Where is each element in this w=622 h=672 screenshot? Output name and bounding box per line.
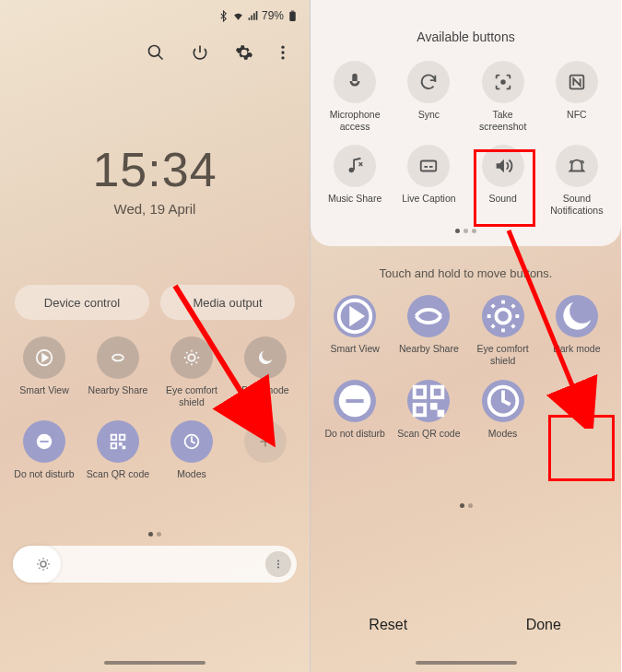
qs-smartview-label: Smart View (19, 384, 69, 396)
svg-point-5 (281, 51, 284, 53)
rqs-modes-label: Modes (469, 428, 537, 440)
qs-smartview[interactable] (23, 336, 65, 379)
nav-bar (104, 661, 205, 665)
svg-point-34 (496, 310, 510, 324)
svg-point-26 (501, 80, 505, 84)
header-row (0, 26, 310, 74)
svg-rect-16 (123, 447, 125, 449)
svg-point-2 (149, 46, 160, 57)
qs-dnd[interactable] (23, 420, 65, 463)
rqs-nearby[interactable] (407, 295, 450, 337)
rqs-dnd[interactable] (334, 380, 376, 422)
left-screenshot: 79% 15:34 Wed, 19 April Device control M… (0, 0, 311, 672)
svg-point-4 (281, 46, 284, 49)
rqs-eye-label: Eye comfort shield (469, 343, 537, 366)
brightness-menu[interactable] (265, 551, 291, 577)
rqs-empty-slot[interactable] (540, 380, 614, 422)
device-control-pill[interactable]: Device control (15, 285, 149, 320)
available-title: Available buttons (311, 29, 621, 44)
rqs-dark[interactable] (556, 295, 598, 337)
av-sound-label: Sound (469, 193, 537, 205)
av-musicshare-label: Music Share (321, 193, 389, 205)
svg-point-23 (277, 566, 279, 568)
qs-dark[interactable] (244, 336, 287, 379)
qs-modes[interactable] (170, 420, 213, 463)
svg-marker-8 (42, 354, 48, 360)
svg-rect-11 (40, 441, 48, 442)
svg-rect-40 (432, 404, 436, 407)
svg-rect-14 (111, 443, 117, 449)
av-musicshare[interactable] (334, 145, 376, 187)
svg-rect-38 (432, 386, 443, 397)
rqs-nearby-label: Nearby Share (394, 343, 463, 355)
time-text: 15:34 (0, 142, 310, 197)
svg-line-3 (158, 55, 163, 60)
av-sync-label: Sync (394, 109, 463, 121)
rqs-modes[interactable] (482, 380, 524, 422)
battery-percent: 79% (262, 9, 284, 22)
av-snotif[interactable] (556, 145, 598, 187)
av-nfc-label: NFC (543, 109, 611, 121)
av-mic[interactable] (334, 61, 376, 103)
qs-qr[interactable] (97, 420, 139, 463)
svg-rect-0 (289, 11, 296, 20)
qs-nearby-label: Nearby Share (88, 384, 148, 396)
svg-rect-36 (346, 399, 364, 403)
rqs-qr[interactable] (407, 380, 450, 422)
page-dots (0, 532, 310, 536)
search-button[interactable] (140, 37, 171, 68)
av-sound[interactable] (482, 145, 524, 187)
avail-dots (311, 229, 621, 233)
power-button[interactable] (184, 37, 216, 68)
qs-eye[interactable] (170, 336, 213, 379)
media-output-pill[interactable]: Media output (160, 285, 295, 320)
drag-hint: Touch and hold to move buttons. (311, 266, 621, 280)
rqs-dark-label: Dark mode (543, 343, 611, 355)
clock-block: 15:34 Wed, 19 April (0, 142, 310, 217)
svg-point-22 (277, 563, 279, 565)
svg-point-21 (277, 560, 279, 561)
av-screenshot[interactable] (482, 61, 524, 103)
svg-point-20 (41, 561, 46, 567)
qs-nearby[interactable] (97, 336, 139, 379)
available-panel: Available buttons Microphone access Sync… (311, 0, 621, 246)
qs-qr-label: Scan QR code (87, 468, 149, 480)
right-page-dots (311, 503, 621, 508)
bluetooth-icon (217, 10, 229, 22)
svg-rect-12 (111, 435, 117, 441)
wifi-icon (232, 10, 244, 22)
av-caption[interactable] (407, 145, 450, 187)
rqs-eye[interactable] (482, 295, 524, 337)
more-button[interactable] (273, 37, 293, 68)
settings-button[interactable] (229, 37, 260, 68)
svg-marker-33 (351, 310, 362, 324)
svg-rect-37 (415, 386, 426, 397)
brightness-slider[interactable] (13, 546, 297, 583)
av-snotif-label: Sound Notifications (543, 193, 611, 216)
svg-rect-41 (440, 411, 443, 415)
svg-point-6 (281, 56, 284, 59)
done-button[interactable]: Done (466, 606, 622, 644)
reset-button[interactable]: Reset (311, 606, 466, 644)
av-caption-label: Live Caption (394, 193, 463, 205)
nav-bar-right (416, 661, 517, 665)
av-sync[interactable] (407, 61, 450, 103)
status-bar: 79% (0, 0, 310, 26)
svg-rect-15 (120, 443, 122, 445)
signal-icon (247, 10, 259, 22)
av-nfc[interactable] (556, 61, 598, 103)
qs-eye-label: Eye comfort shield (158, 384, 226, 407)
rqs-dnd-label: Do not disturb (321, 428, 389, 440)
qs-modes-label: Modes (177, 468, 206, 480)
brightness-icon (35, 556, 52, 572)
svg-rect-13 (120, 435, 125, 441)
av-mic-label: Microphone access (321, 109, 389, 132)
date-text: Wed, 19 April (0, 201, 310, 217)
av-screenshot-label: Take screenshot (469, 109, 537, 132)
qs-add-button[interactable] (244, 420, 287, 463)
qs-dark-label: Dark mode (241, 384, 288, 396)
qs-dnd-label: Do not disturb (14, 468, 74, 480)
rqs-smartview[interactable] (334, 295, 376, 337)
svg-rect-39 (415, 404, 426, 415)
battery-icon (287, 10, 299, 22)
